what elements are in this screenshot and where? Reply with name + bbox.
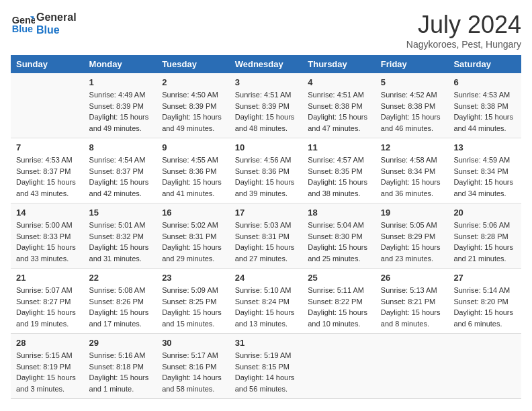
day-number: 25 <box>308 273 370 283</box>
day-number: 1 <box>89 77 152 87</box>
day-number: 18 <box>308 208 370 218</box>
day-number: 7 <box>16 142 79 152</box>
day-number: 16 <box>162 208 224 218</box>
day-info: Sunrise: 4:55 AM Sunset: 8:36 PM Dayligh… <box>162 154 224 199</box>
calendar-cell: 5Sunrise: 4:52 AM Sunset: 8:38 PM Daylig… <box>375 73 449 138</box>
day-info: Sunrise: 5:13 AM Sunset: 8:21 PM Dayligh… <box>381 285 443 329</box>
calendar-table: Sunday Monday Tuesday Wednesday Thursday… <box>11 55 521 399</box>
calendar-cell: 18Sunrise: 5:04 AM Sunset: 8:30 PM Dayli… <box>302 203 375 269</box>
day-info: Sunrise: 5:05 AM Sunset: 8:29 PM Dayligh… <box>381 220 443 264</box>
calendar-cell: 22Sunrise: 5:08 AM Sunset: 8:26 PM Dayli… <box>84 269 157 334</box>
day-info: Sunrise: 4:57 AM Sunset: 8:35 PM Dayligh… <box>308 154 370 199</box>
calendar-week-5: 28Sunrise: 5:15 AM Sunset: 8:19 PM Dayli… <box>11 334 521 399</box>
calendar-cell <box>11 73 84 138</box>
day-number: 28 <box>16 338 79 348</box>
calendar-cell: 24Sunrise: 5:10 AM Sunset: 8:24 PM Dayli… <box>230 269 303 334</box>
calendar-cell: 1Sunrise: 4:49 AM Sunset: 8:39 PM Daylig… <box>84 73 157 138</box>
day-number: 22 <box>89 273 152 283</box>
calendar-cell <box>448 334 521 399</box>
day-info: Sunrise: 4:51 AM Sunset: 8:38 PM Dayligh… <box>308 89 370 134</box>
calendar-cell: 31Sunrise: 5:19 AM Sunset: 8:15 PM Dayli… <box>230 334 303 399</box>
month-title: July 2024 <box>406 11 521 39</box>
day-info: Sunrise: 5:11 AM Sunset: 8:22 PM Dayligh… <box>308 285 370 329</box>
day-number: 4 <box>308 77 370 87</box>
day-info: Sunrise: 4:58 AM Sunset: 8:34 PM Dayligh… <box>381 154 443 199</box>
calendar-week-4: 21Sunrise: 5:07 AM Sunset: 8:27 PM Dayli… <box>11 269 521 334</box>
day-info: Sunrise: 5:09 AM Sunset: 8:25 PM Dayligh… <box>162 285 224 329</box>
day-info: Sunrise: 5:02 AM Sunset: 8:31 PM Dayligh… <box>162 220 224 264</box>
calendar-week-1: 1Sunrise: 4:49 AM Sunset: 8:39 PM Daylig… <box>11 73 521 138</box>
day-info: Sunrise: 5:15 AM Sunset: 8:19 PM Dayligh… <box>16 350 79 394</box>
calendar-cell <box>375 334 449 399</box>
logo: General Blue General Blue <box>11 11 77 36</box>
calendar-cell: 2Sunrise: 4:50 AM Sunset: 8:39 PM Daylig… <box>157 73 230 138</box>
day-info: Sunrise: 5:06 AM Sunset: 8:28 PM Dayligh… <box>453 220 516 264</box>
day-number: 9 <box>162 142 224 152</box>
calendar-cell: 10Sunrise: 4:56 AM Sunset: 8:36 PM Dayli… <box>230 138 303 203</box>
calendar-cell: 16Sunrise: 5:02 AM Sunset: 8:31 PM Dayli… <box>157 203 230 269</box>
day-number: 17 <box>235 208 298 218</box>
day-info: Sunrise: 4:54 AM Sunset: 8:37 PM Dayligh… <box>89 154 152 199</box>
day-number: 30 <box>162 338 224 348</box>
day-number: 3 <box>235 77 298 87</box>
day-info: Sunrise: 4:56 AM Sunset: 8:36 PM Dayligh… <box>235 154 298 199</box>
day-number: 21 <box>16 273 79 283</box>
calendar-week-3: 14Sunrise: 5:00 AM Sunset: 8:33 PM Dayli… <box>11 203 521 269</box>
calendar-cell: 8Sunrise: 4:54 AM Sunset: 8:37 PM Daylig… <box>84 138 157 203</box>
day-info: Sunrise: 5:19 AM Sunset: 8:15 PM Dayligh… <box>235 350 298 394</box>
calendar-cell: 15Sunrise: 5:01 AM Sunset: 8:32 PM Dayli… <box>84 203 157 269</box>
col-friday: Friday <box>375 55 449 73</box>
calendar-cell: 14Sunrise: 5:00 AM Sunset: 8:33 PM Dayli… <box>11 203 84 269</box>
day-info: Sunrise: 4:51 AM Sunset: 8:39 PM Dayligh… <box>235 89 298 134</box>
calendar-cell: 4Sunrise: 4:51 AM Sunset: 8:38 PM Daylig… <box>302 73 375 138</box>
header-row: Sunday Monday Tuesday Wednesday Thursday… <box>11 55 521 73</box>
day-info: Sunrise: 5:17 AM Sunset: 8:16 PM Dayligh… <box>162 350 224 394</box>
day-number: 13 <box>453 142 516 152</box>
calendar-cell: 28Sunrise: 5:15 AM Sunset: 8:19 PM Dayli… <box>11 334 84 399</box>
calendar-cell: 3Sunrise: 4:51 AM Sunset: 8:39 PM Daylig… <box>230 73 303 138</box>
day-number: 10 <box>235 142 298 152</box>
calendar-cell: 17Sunrise: 5:03 AM Sunset: 8:31 PM Dayli… <box>230 203 303 269</box>
day-info: Sunrise: 5:10 AM Sunset: 8:24 PM Dayligh… <box>235 285 298 329</box>
calendar-cell: 9Sunrise: 4:55 AM Sunset: 8:36 PM Daylig… <box>157 138 230 203</box>
calendar-cell: 20Sunrise: 5:06 AM Sunset: 8:28 PM Dayli… <box>448 203 521 269</box>
day-number: 2 <box>162 77 224 87</box>
day-number: 23 <box>162 273 224 283</box>
day-info: Sunrise: 4:53 AM Sunset: 8:38 PM Dayligh… <box>453 89 516 134</box>
day-number: 24 <box>235 273 298 283</box>
col-wednesday: Wednesday <box>230 55 303 73</box>
day-info: Sunrise: 5:07 AM Sunset: 8:27 PM Dayligh… <box>16 285 79 329</box>
calendar-cell: 30Sunrise: 5:17 AM Sunset: 8:16 PM Dayli… <box>157 334 230 399</box>
day-info: Sunrise: 5:14 AM Sunset: 8:20 PM Dayligh… <box>453 285 516 329</box>
day-number: 29 <box>89 338 152 348</box>
col-tuesday: Tuesday <box>157 55 230 73</box>
calendar-cell: 6Sunrise: 4:53 AM Sunset: 8:38 PM Daylig… <box>448 73 521 138</box>
day-number: 14 <box>16 208 79 218</box>
col-saturday: Saturday <box>448 55 521 73</box>
day-info: Sunrise: 4:52 AM Sunset: 8:38 PM Dayligh… <box>381 89 443 134</box>
day-number: 6 <box>453 77 516 87</box>
day-number: 31 <box>235 338 298 348</box>
calendar-cell: 25Sunrise: 5:11 AM Sunset: 8:22 PM Dayli… <box>302 269 375 334</box>
day-number: 26 <box>381 273 443 283</box>
logo-icon: General Blue <box>11 11 35 36</box>
page-header: General Blue General Blue July 2024 Nagy… <box>11 11 521 50</box>
day-info: Sunrise: 5:01 AM Sunset: 8:32 PM Dayligh… <box>89 220 152 264</box>
day-info: Sunrise: 4:50 AM Sunset: 8:39 PM Dayligh… <box>162 89 224 134</box>
day-number: 12 <box>381 142 443 152</box>
calendar-cell: 13Sunrise: 4:59 AM Sunset: 8:34 PM Dayli… <box>448 138 521 203</box>
day-info: Sunrise: 5:04 AM Sunset: 8:30 PM Dayligh… <box>308 220 370 264</box>
logo-text-blue: Blue <box>36 24 77 36</box>
day-info: Sunrise: 4:49 AM Sunset: 8:39 PM Dayligh… <box>89 89 152 134</box>
col-thursday: Thursday <box>302 55 375 73</box>
col-sunday: Sunday <box>11 55 84 73</box>
svg-text:Blue: Blue <box>12 24 33 34</box>
calendar-cell: 19Sunrise: 5:05 AM Sunset: 8:29 PM Dayli… <box>375 203 449 269</box>
title-block: July 2024 Nagykoroes, Pest, Hungary <box>406 11 521 50</box>
day-number: 11 <box>308 142 370 152</box>
calendar-cell: 11Sunrise: 4:57 AM Sunset: 8:35 PM Dayli… <box>302 138 375 203</box>
day-number: 19 <box>381 208 443 218</box>
day-info: Sunrise: 5:08 AM Sunset: 8:26 PM Dayligh… <box>89 285 152 329</box>
col-monday: Monday <box>84 55 157 73</box>
calendar-cell: 12Sunrise: 4:58 AM Sunset: 8:34 PM Dayli… <box>375 138 449 203</box>
